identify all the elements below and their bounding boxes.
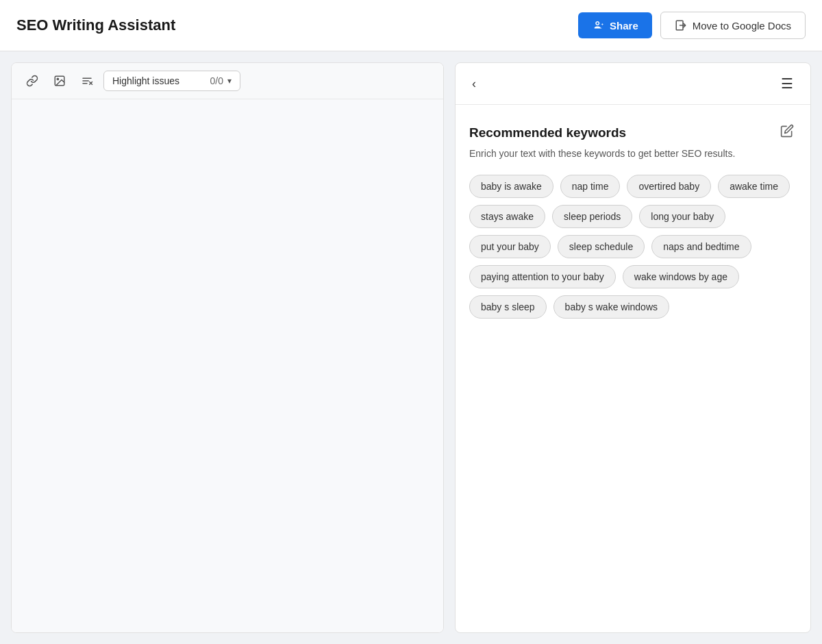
right-panel: ‹ ☰ Recommended keywords Enrich your tex…: [455, 62, 811, 633]
highlight-issues-dropdown[interactable]: Highlight issues 0/0 ▾: [103, 71, 240, 91]
svg-point-3: [57, 78, 58, 79]
link-icon: [26, 75, 38, 87]
right-panel-content: Recommended keywords Enrich your text wi…: [456, 105, 810, 632]
chevron-down-icon: ▾: [227, 76, 232, 86]
keyword-chip[interactable]: long your baby: [639, 205, 725, 228]
svg-text:+: +: [601, 22, 604, 26]
edit-icon: [780, 124, 794, 138]
menu-button[interactable]: ☰: [775, 73, 799, 95]
edit-keywords-button[interactable]: [777, 121, 797, 144]
back-button[interactable]: ‹: [466, 74, 482, 94]
highlight-count: 0/0 ▾: [210, 75, 232, 86]
keyword-chip[interactable]: baby s wake windows: [553, 295, 669, 319]
move-to-docs-button[interactable]: Move to Google Docs: [660, 12, 806, 39]
keyword-chip[interactable]: wake windows by age: [623, 265, 739, 288]
text-clear-icon: [81, 75, 93, 87]
image-icon: [53, 75, 66, 87]
keywords-container: baby is awakenap timeovertired babyawake…: [469, 175, 797, 319]
section-description: Enrich your text with these keywords to …: [469, 147, 797, 161]
header-actions: + Share Move to Google Docs: [578, 12, 806, 39]
section-title-text: Recommended keywords: [469, 125, 626, 140]
text-clear-icon-button[interactable]: [76, 70, 98, 92]
editor-panel: Highlight issues 0/0 ▾: [11, 62, 444, 633]
keyword-chip[interactable]: sleep schedule: [558, 235, 645, 258]
keyword-chip[interactable]: awake time: [718, 175, 790, 198]
keyword-chip[interactable]: naps and bedtime: [651, 235, 751, 258]
editor-toolbar: Highlight issues 0/0 ▾: [12, 63, 443, 99]
header: SEO Writing Assistant + Share Move to Go…: [0, 0, 822, 51]
move-docs-label: Move to Google Docs: [693, 20, 791, 32]
move-docs-icon: [675, 19, 687, 32]
share-button[interactable]: + Share: [578, 12, 652, 38]
link-icon-button[interactable]: [21, 70, 43, 92]
keyword-chip[interactable]: stays awake: [469, 205, 545, 228]
keyword-chip[interactable]: nap time: [560, 175, 621, 198]
keyword-chip[interactable]: put your baby: [469, 235, 551, 258]
share-label: Share: [610, 20, 638, 32]
section-title-row: Recommended keywords: [469, 121, 797, 144]
keyword-chip[interactable]: overtired baby: [627, 175, 711, 198]
highlight-label: Highlight issues: [112, 75, 179, 86]
keyword-chip[interactable]: sleep periods: [552, 205, 632, 228]
keyword-chip[interactable]: baby s sleep: [469, 295, 547, 319]
right-panel-header: ‹ ☰: [456, 63, 810, 105]
keyword-chip[interactable]: paying attention to your baby: [469, 265, 616, 288]
keyword-chip[interactable]: baby is awake: [469, 175, 553, 198]
share-icon: +: [592, 19, 604, 32]
image-icon-button[interactable]: [49, 70, 71, 92]
editor-content[interactable]: [12, 99, 443, 632]
app-title: SEO Writing Assistant: [16, 16, 175, 34]
main-area: Highlight issues 0/0 ▾ ‹ ☰ Recommended k…: [0, 51, 822, 644]
